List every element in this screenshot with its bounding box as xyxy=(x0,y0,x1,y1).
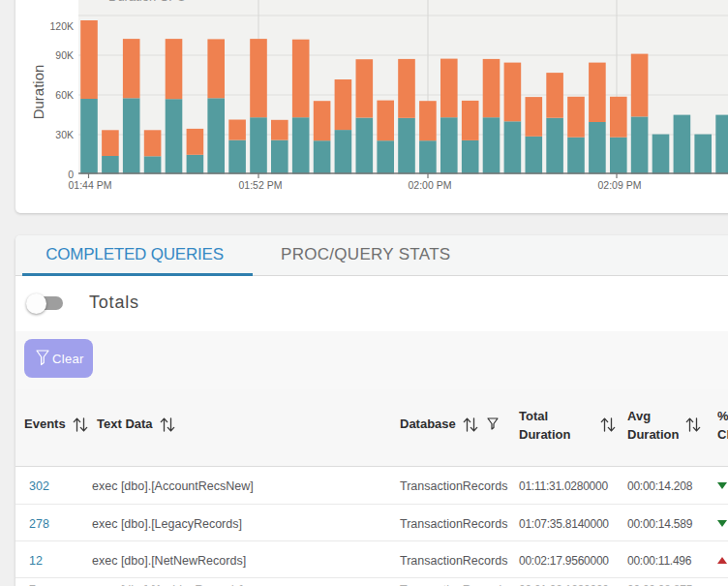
svg-text:01:52 PM: 01:52 PM xyxy=(239,179,283,191)
svg-text:60K: 60K xyxy=(55,89,74,101)
svg-text:01:44 PM: 01:44 PM xyxy=(69,179,112,191)
svg-text:120K: 120K xyxy=(49,20,74,32)
svg-text:02:09 PM: 02:09 PM xyxy=(598,179,642,191)
svg-text:30K: 30K xyxy=(55,129,74,140)
svg-text:90K: 90K xyxy=(55,49,74,61)
svg-text:02:00 PM: 02:00 PM xyxy=(409,179,452,191)
svg-text:Duration: Duration xyxy=(30,65,46,120)
